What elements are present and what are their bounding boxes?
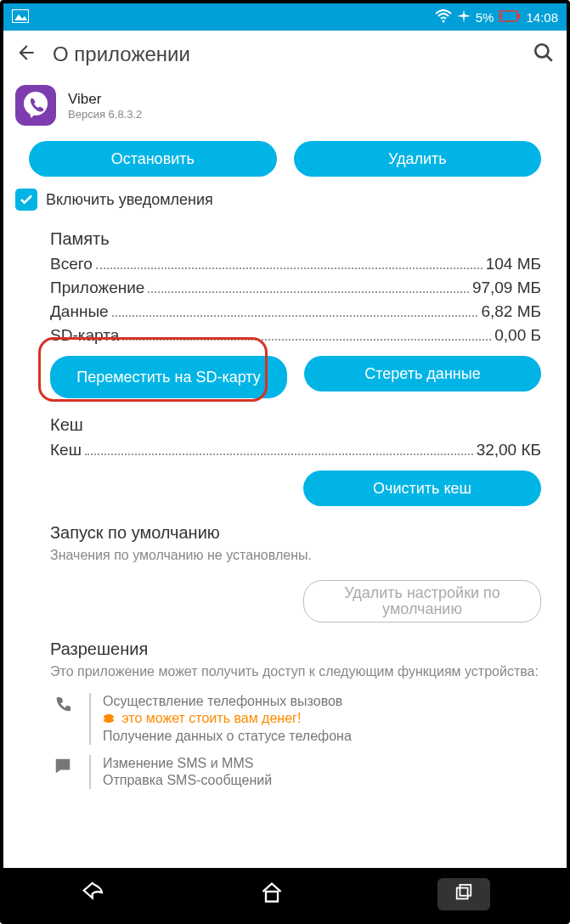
checkmark-icon <box>15 189 37 211</box>
svg-point-8 <box>24 92 48 116</box>
uninstall-button[interactable]: Удалить <box>294 141 542 177</box>
perm-phone-warn: это может стоить вам денег! <box>103 710 541 728</box>
defaults-section: Запуск по умолчанию Значения по умолчани… <box>3 511 567 628</box>
app-icon <box>15 85 56 126</box>
svg-point-10 <box>104 718 114 723</box>
photo-icon <box>12 9 29 25</box>
app-header: Viber Версия 6.8.3.2 <box>3 78 567 138</box>
total-label: Всего <box>50 255 93 273</box>
nav-bar <box>3 868 567 921</box>
page-title: О приложении <box>53 42 517 66</box>
svg-rect-0 <box>12 9 29 23</box>
clear-cache-button[interactable]: Очистить кеш <box>303 470 541 506</box>
data-label: Данные <box>50 302 109 321</box>
notification-label: Включить уведомления <box>46 191 213 209</box>
cache-section: Кеш Кеш32,00 КБ Очистить кеш <box>3 403 567 511</box>
defaults-sub: Значения по умолчанию не установлены. <box>50 546 541 572</box>
airplane-icon <box>457 9 471 25</box>
battery-icon <box>499 10 521 25</box>
svg-rect-12 <box>456 888 467 899</box>
perm-sms-line2: Отправка SMS-сообщений <box>103 772 541 789</box>
sms-icon <box>50 755 76 789</box>
total-value: 104 МБ <box>486 255 541 273</box>
app-version: Версия 6.8.3.2 <box>68 108 142 121</box>
memory-section: Память Всего104 МБ Приложение97,09 МБ Да… <box>3 217 567 403</box>
cache-value: 32,00 КБ <box>477 441 541 459</box>
permissions-title: Разрешения <box>50 631 541 662</box>
memory-title: Память <box>50 221 541 252</box>
app-label: Приложение <box>50 279 144 297</box>
svg-rect-13 <box>460 885 471 896</box>
coins-icon <box>103 712 115 727</box>
status-bar: 5% 14:08 <box>3 3 567 31</box>
nav-home-icon[interactable] <box>260 881 284 908</box>
battery-percent: 5% <box>476 10 494 25</box>
notification-checkbox[interactable]: Включить уведомления <box>3 185 567 217</box>
app-bar: О приложении <box>3 31 567 78</box>
svg-point-2 <box>442 20 444 22</box>
clear-data-button[interactable]: Стереть данные <box>304 356 541 392</box>
perm-phone: Осуществление телефонных вызовов это мож… <box>50 688 541 750</box>
back-icon[interactable] <box>15 42 37 67</box>
sd-label: SD-карта <box>50 326 119 345</box>
svg-line-7 <box>546 55 552 61</box>
clock-text: 14:08 <box>526 10 558 25</box>
search-icon[interactable] <box>533 42 555 67</box>
sd-value: 0,00 Б <box>494 326 541 345</box>
perm-sms: Изменение SMS и MMS Отправка SMS-сообщен… <box>50 750 541 794</box>
perm-sms-line1: Изменение SMS и MMS <box>103 755 541 772</box>
phone-icon <box>50 693 76 745</box>
defaults-title: Запуск по умолчанию <box>50 515 541 546</box>
app-value: 97,09 МБ <box>472 279 541 297</box>
move-to-sd-button[interactable]: Переместить на SD-карту <box>50 356 287 398</box>
stop-button[interactable]: Остановить <box>29 141 277 177</box>
wifi-icon <box>435 9 452 25</box>
svg-rect-5 <box>500 13 502 20</box>
svg-point-6 <box>535 44 548 57</box>
permissions-section: Разрешения Это приложение может получить… <box>3 628 567 794</box>
svg-marker-1 <box>14 14 27 20</box>
svg-rect-11 <box>266 892 278 902</box>
data-value: 6,82 МБ <box>481 302 541 321</box>
perm-phone-line2: Получение данных о статусе телефона <box>103 728 541 745</box>
permissions-sub: Это приложение может получить доступ к с… <box>50 662 541 688</box>
nav-back-icon[interactable] <box>81 880 106 909</box>
perm-phone-line1: Осуществление телефонных вызовов <box>103 693 541 710</box>
clear-defaults-button: Удалить настройки по умолчанию <box>303 580 541 623</box>
app-name: Viber <box>68 91 142 108</box>
cache-title: Кеш <box>50 407 541 438</box>
svg-rect-4 <box>517 14 520 19</box>
nav-recent-icon[interactable] <box>437 878 490 910</box>
cache-label: Кеш <box>50 441 82 459</box>
